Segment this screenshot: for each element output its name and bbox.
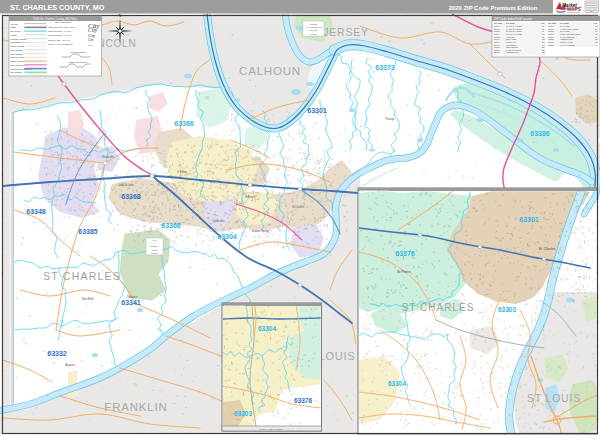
svg-text:Exit Ramps: Exit Ramps xyxy=(11,53,24,56)
svg-text:MEM: MEM xyxy=(152,249,157,251)
svg-text:approx. scale in miles: approx. scale in miles xyxy=(260,428,284,431)
svg-text:63376: 63376 xyxy=(294,397,312,404)
svg-text:63301: 63301 xyxy=(519,216,539,223)
svg-text:63376: 63376 xyxy=(395,250,415,257)
svg-text:63368: 63368 xyxy=(121,193,141,200)
svg-text:St Charles: St Charles xyxy=(292,205,305,209)
svg-text:a DMSI company: a DMSI company xyxy=(567,11,581,13)
svg-text:63386: 63386 xyxy=(530,130,550,137)
svg-text:CONSV: CONSV xyxy=(151,252,159,254)
svg-text:Cities 25,000 - 49,999: Cities 25,000 - 49,999 xyxy=(48,34,72,37)
svg-text:ZIP Code: ZIP Code xyxy=(548,22,557,24)
svg-text:63304: 63304 xyxy=(217,233,237,240)
svg-text:Portage: Portage xyxy=(385,117,395,121)
svg-text:ZIP Code Index/Grid Locator: ZIP Code Index/Grid Locator xyxy=(494,17,532,21)
svg-text:Weldon Spring: Weldon Spring xyxy=(252,229,270,233)
svg-text:Water: Water xyxy=(11,34,17,37)
svg-text:Toll Roads: Toll Roads xyxy=(11,71,23,74)
svg-text:L/G: L/G xyxy=(541,22,545,24)
svg-text:St. Charles: St. Charles xyxy=(539,247,556,251)
svg-text:63332: 63332 xyxy=(47,350,67,357)
svg-text:63341: 63341 xyxy=(121,299,141,306)
svg-text:O Fallon: O Fallon xyxy=(177,170,187,174)
svg-text:AUG: AUG xyxy=(152,239,157,241)
svg-text:Cottleville: Cottleville xyxy=(212,219,224,223)
svg-text:Augusta: Augusta xyxy=(65,363,75,367)
svg-text:63304: 63304 xyxy=(258,325,276,332)
svg-text:L/G: L/G xyxy=(594,22,598,24)
svg-text:Full Interchange: Full Interchange xyxy=(70,51,86,53)
svg-text:Partial Interchange: Partial Interchange xyxy=(69,61,88,63)
svg-text:WENTZVILLE: WENTZVILLE xyxy=(506,51,519,53)
svg-text:63348: 63348 xyxy=(26,208,46,215)
svg-text:City: City xyxy=(88,33,95,38)
svg-text:63303: 63303 xyxy=(234,410,252,417)
svg-text:LOUIS: LOUIS xyxy=(318,350,355,362)
svg-text:Cities 100,000 and Above: Cities 100,000 and Above xyxy=(48,26,76,29)
svg-text:City: City xyxy=(88,38,94,42)
svg-text:ST. CHARLES COUNTY, MO: ST. CHARLES COUNTY, MO xyxy=(10,3,105,12)
svg-text:BUSCH: BUSCH xyxy=(151,245,159,247)
svg-text:St Peters: St Peters xyxy=(397,270,411,274)
svg-text:63368: 63368 xyxy=(161,222,181,229)
svg-text:Cities 50,000 - 99,999: Cities 50,000 - 99,999 xyxy=(48,30,72,33)
svg-text:63385: 63385 xyxy=(494,51,500,53)
svg-text:63366: 63366 xyxy=(174,120,194,127)
svg-text:63301: 63301 xyxy=(307,107,327,114)
svg-text:63388: 63388 xyxy=(548,44,554,46)
svg-text:WILLIAMSBURG: WILLIAMSBURG xyxy=(560,44,576,46)
svg-text:St Peters: St Peters xyxy=(245,195,256,199)
svg-text:ZIP Code: ZIP Code xyxy=(11,30,22,33)
svg-text:Wentzville: Wentzville xyxy=(102,155,114,159)
svg-text:FRANKLIN: FRANKLIN xyxy=(104,401,167,413)
svg-text:US Highways: US Highways xyxy=(11,64,26,67)
svg-text:PARK: PARK xyxy=(310,33,317,36)
svg-text:63385: 63385 xyxy=(78,228,98,235)
svg-text:County: County xyxy=(11,23,19,26)
svg-text:ST CHARLES: ST CHARLES xyxy=(402,302,475,313)
svg-text:New Melle: New Melle xyxy=(82,297,95,301)
svg-text:Minor Roads: Minor Roads xyxy=(11,45,25,48)
svg-text:63304: 63304 xyxy=(388,380,406,387)
svg-text:63303: 63303 xyxy=(498,306,516,313)
svg-text:ZIP Code: ZIP Code xyxy=(494,22,503,24)
svg-text:2020 ZIP Code Premium Edition: 2020 ZIP Code Premium Edition xyxy=(449,5,538,11)
svg-text:State: State xyxy=(11,26,17,29)
svg-text:ST LOUIS: ST LOUIS xyxy=(527,392,581,404)
svg-text:ZIP Name: ZIP Name xyxy=(560,22,570,24)
svg-text:63373: 63373 xyxy=(375,64,395,71)
svg-text:JERSEY: JERSEY xyxy=(323,26,369,38)
svg-text:Lake St Louis: Lake St Louis xyxy=(118,183,134,187)
svg-text:Cities 5,000 - 24,999: Cities 5,000 - 24,999 xyxy=(48,39,71,42)
svg-text:City Population: City Population xyxy=(55,21,72,24)
svg-text:ZIP Name: ZIP Name xyxy=(506,22,516,24)
svg-text:ST CHARLES: ST CHARLES xyxy=(43,270,121,282)
svg-text:CALHOUN: CALHOUN xyxy=(239,65,301,77)
svg-text:Cities 4,999 and Below: Cities 4,999 and Below xyxy=(48,43,73,46)
svg-text:Rail Roads: Rail Roads xyxy=(11,49,23,52)
